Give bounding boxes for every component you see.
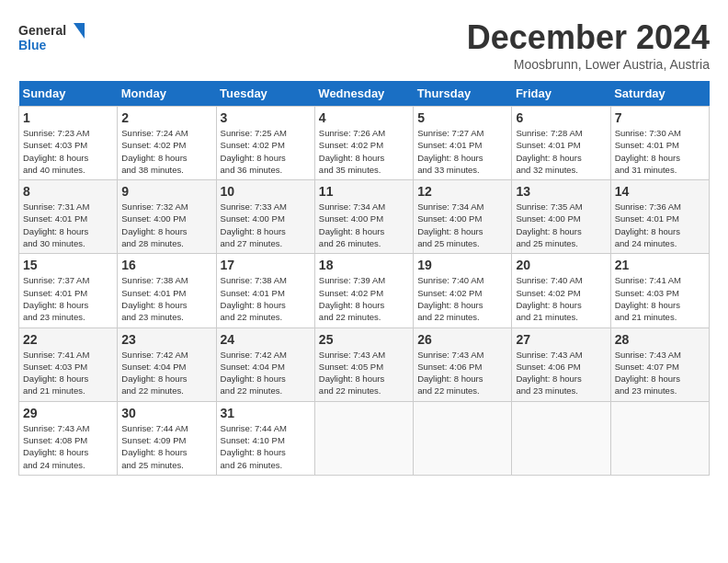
- day-number: 7: [615, 110, 705, 125]
- day-info: Sunrise: 7:24 AM Sunset: 4:02 PM Dayligh…: [121, 127, 211, 176]
- table-row: 19Sunrise: 7:40 AM Sunset: 4:02 PM Dayli…: [414, 254, 512, 327]
- header-wednesday: Wednesday: [314, 81, 413, 107]
- logo: General Blue: [18, 18, 92, 60]
- day-number: 15: [23, 258, 113, 272]
- day-number: 23: [121, 332, 211, 347]
- day-info: Sunrise: 7:38 AM Sunset: 4:01 PM Dayligh…: [221, 274, 311, 323]
- month-title: December 2024: [467, 18, 710, 57]
- day-info: Sunrise: 7:44 AM Sunset: 4:09 PM Dayligh…: [121, 422, 211, 471]
- day-number: 17: [221, 258, 311, 272]
- day-number: 28: [615, 332, 705, 347]
- day-info: Sunrise: 7:27 AM Sunset: 4:01 PM Dayligh…: [417, 127, 507, 176]
- svg-text:General: General: [18, 23, 66, 38]
- weekday-header-row: Sunday Monday Tuesday Wednesday Thursday…: [19, 81, 710, 107]
- header-saturday: Saturday: [610, 81, 709, 107]
- day-number: 16: [121, 258, 211, 272]
- header-monday: Monday: [118, 81, 216, 107]
- day-info: Sunrise: 7:42 AM Sunset: 4:04 PM Dayligh…: [121, 349, 211, 397]
- calendar-table: Sunday Monday Tuesday Wednesday Thursday…: [18, 81, 710, 476]
- day-number: 5: [417, 110, 507, 125]
- calendar-row: 8Sunrise: 7:31 AM Sunset: 4:01 PM Daylig…: [19, 180, 710, 254]
- calendar-row: 29Sunrise: 7:43 AM Sunset: 4:08 PM Dayli…: [19, 401, 710, 475]
- table-row: 8Sunrise: 7:31 AM Sunset: 4:01 PM Daylig…: [19, 180, 118, 254]
- day-info: Sunrise: 7:28 AM Sunset: 4:01 PM Dayligh…: [516, 127, 606, 176]
- day-number: 26: [417, 332, 507, 347]
- location-title: Moosbrunn, Lower Austria, Austria: [467, 57, 710, 72]
- day-info: Sunrise: 7:31 AM Sunset: 4:01 PM Dayligh…: [23, 201, 113, 249]
- day-number: 25: [319, 332, 409, 347]
- day-number: 10: [221, 184, 311, 199]
- table-row: 15Sunrise: 7:37 AM Sunset: 4:01 PM Dayli…: [19, 254, 118, 327]
- day-info: Sunrise: 7:37 AM Sunset: 4:01 PM Dayligh…: [23, 274, 113, 323]
- day-number: 29: [23, 406, 113, 420]
- day-info: Sunrise: 7:39 AM Sunset: 4:02 PM Dayligh…: [319, 274, 409, 323]
- calendar-row: 22Sunrise: 7:41 AM Sunset: 4:03 PM Dayli…: [19, 327, 710, 401]
- table-row: [414, 401, 512, 475]
- day-number: 27: [516, 332, 606, 347]
- svg-marker-2: [74, 23, 85, 39]
- logo-svg: General Blue: [18, 18, 92, 60]
- table-row: 28Sunrise: 7:43 AM Sunset: 4:07 PM Dayli…: [610, 327, 709, 401]
- table-row: 16Sunrise: 7:38 AM Sunset: 4:01 PM Dayli…: [118, 254, 216, 327]
- table-row: 27Sunrise: 7:43 AM Sunset: 4:06 PM Dayli…: [512, 327, 610, 401]
- table-row: 23Sunrise: 7:42 AM Sunset: 4:04 PM Dayli…: [118, 327, 216, 401]
- day-info: Sunrise: 7:34 AM Sunset: 4:00 PM Dayligh…: [319, 201, 409, 249]
- day-info: Sunrise: 7:36 AM Sunset: 4:01 PM Dayligh…: [615, 201, 705, 249]
- header-tuesday: Tuesday: [216, 81, 314, 107]
- day-number: 12: [417, 184, 507, 199]
- day-number: 20: [516, 258, 606, 272]
- table-row: 25Sunrise: 7:43 AM Sunset: 4:05 PM Dayli…: [314, 327, 413, 401]
- day-info: Sunrise: 7:38 AM Sunset: 4:01 PM Dayligh…: [121, 274, 211, 323]
- table-row: 13Sunrise: 7:35 AM Sunset: 4:00 PM Dayli…: [512, 180, 610, 254]
- day-number: 30: [121, 406, 211, 420]
- table-row: 24Sunrise: 7:42 AM Sunset: 4:04 PM Dayli…: [216, 327, 314, 401]
- day-number: 18: [319, 258, 409, 272]
- day-number: 9: [121, 184, 211, 199]
- table-row: 30Sunrise: 7:44 AM Sunset: 4:09 PM Dayli…: [118, 401, 216, 475]
- day-number: 11: [319, 184, 409, 199]
- day-info: Sunrise: 7:35 AM Sunset: 4:00 PM Dayligh…: [516, 201, 606, 249]
- table-row: [610, 401, 709, 475]
- day-info: Sunrise: 7:25 AM Sunset: 4:02 PM Dayligh…: [221, 127, 311, 176]
- day-number: 22: [23, 332, 113, 347]
- day-number: 6: [516, 110, 606, 125]
- table-row: 11Sunrise: 7:34 AM Sunset: 4:00 PM Dayli…: [314, 180, 413, 254]
- day-info: Sunrise: 7:41 AM Sunset: 4:03 PM Dayligh…: [615, 274, 705, 323]
- table-row: 18Sunrise: 7:39 AM Sunset: 4:02 PM Dayli…: [314, 254, 413, 327]
- day-number: 31: [221, 406, 311, 420]
- day-info: Sunrise: 7:42 AM Sunset: 4:04 PM Dayligh…: [221, 349, 311, 397]
- day-info: Sunrise: 7:30 AM Sunset: 4:01 PM Dayligh…: [615, 127, 705, 176]
- day-info: Sunrise: 7:43 AM Sunset: 4:06 PM Dayligh…: [417, 349, 507, 397]
- table-row: 29Sunrise: 7:43 AM Sunset: 4:08 PM Dayli…: [19, 401, 118, 475]
- table-row: 12Sunrise: 7:34 AM Sunset: 4:00 PM Dayli…: [414, 180, 512, 254]
- table-row: 2Sunrise: 7:24 AM Sunset: 4:02 PM Daylig…: [118, 107, 216, 180]
- day-info: Sunrise: 7:43 AM Sunset: 4:05 PM Dayligh…: [319, 349, 409, 397]
- day-info: Sunrise: 7:26 AM Sunset: 4:02 PM Dayligh…: [319, 127, 409, 176]
- table-row: 20Sunrise: 7:40 AM Sunset: 4:02 PM Dayli…: [512, 254, 610, 327]
- table-row: 17Sunrise: 7:38 AM Sunset: 4:01 PM Dayli…: [216, 254, 314, 327]
- table-row: 1Sunrise: 7:23 AM Sunset: 4:03 PM Daylig…: [19, 107, 118, 180]
- calendar-body: 1Sunrise: 7:23 AM Sunset: 4:03 PM Daylig…: [19, 107, 710, 476]
- day-info: Sunrise: 7:44 AM Sunset: 4:10 PM Dayligh…: [221, 422, 311, 471]
- table-row: 9Sunrise: 7:32 AM Sunset: 4:00 PM Daylig…: [118, 180, 216, 254]
- table-row: 6Sunrise: 7:28 AM Sunset: 4:01 PM Daylig…: [512, 107, 610, 180]
- table-row: 7Sunrise: 7:30 AM Sunset: 4:01 PM Daylig…: [610, 107, 709, 180]
- svg-text:Blue: Blue: [18, 38, 47, 52]
- day-info: Sunrise: 7:43 AM Sunset: 4:06 PM Dayligh…: [516, 349, 606, 397]
- table-row: 4Sunrise: 7:26 AM Sunset: 4:02 PM Daylig…: [314, 107, 413, 180]
- day-info: Sunrise: 7:34 AM Sunset: 4:00 PM Dayligh…: [417, 201, 507, 249]
- day-info: Sunrise: 7:43 AM Sunset: 4:08 PM Dayligh…: [23, 422, 113, 471]
- page-header: General Blue December 2024 Moosbrunn, Lo…: [18, 18, 710, 72]
- day-number: 14: [615, 184, 705, 199]
- table-row: 22Sunrise: 7:41 AM Sunset: 4:03 PM Dayli…: [19, 327, 118, 401]
- day-number: 4: [319, 110, 409, 125]
- day-info: Sunrise: 7:40 AM Sunset: 4:02 PM Dayligh…: [417, 274, 507, 323]
- day-number: 13: [516, 184, 606, 199]
- table-row: [512, 401, 610, 475]
- day-info: Sunrise: 7:23 AM Sunset: 4:03 PM Dayligh…: [23, 127, 113, 176]
- day-number: 8: [23, 184, 113, 199]
- table-row: 31Sunrise: 7:44 AM Sunset: 4:10 PM Dayli…: [216, 401, 314, 475]
- calendar-row: 15Sunrise: 7:37 AM Sunset: 4:01 PM Dayli…: [19, 254, 710, 327]
- header-friday: Friday: [512, 81, 610, 107]
- title-area: December 2024 Moosbrunn, Lower Austria, …: [467, 18, 710, 72]
